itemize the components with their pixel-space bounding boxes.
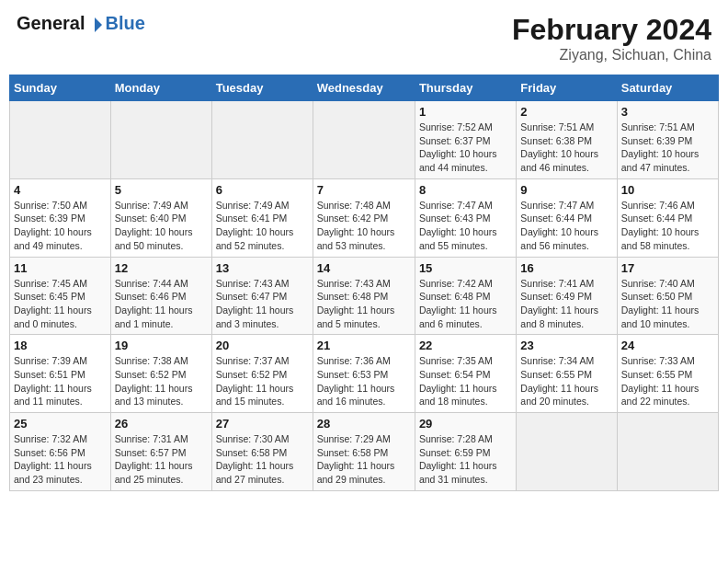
day-info-line: Daylight: 11 hours (216, 460, 294, 471)
day-info-line: and 53 minutes. (317, 240, 386, 251)
day-info-line: Sunset: 6:43 PM (419, 213, 491, 224)
cell-w4-d1: 18Sunrise: 7:39 AMSunset: 6:51 PMDayligh… (10, 335, 111, 413)
day-info-line: Sunrise: 7:31 AM (115, 433, 188, 444)
day-info: Sunrise: 7:42 AMSunset: 6:48 PMDaylight:… (419, 277, 512, 331)
day-info-line: Daylight: 11 hours (419, 460, 497, 471)
day-info: Sunrise: 7:39 AMSunset: 6:51 PMDaylight:… (14, 354, 107, 408)
day-info: Sunrise: 7:50 AMSunset: 6:39 PMDaylight:… (14, 199, 107, 253)
cell-w3-d1: 11Sunrise: 7:45 AMSunset: 6:45 PMDayligh… (10, 257, 111, 335)
cell-w2-d6: 9Sunrise: 7:47 AMSunset: 6:44 PMDaylight… (517, 178, 617, 257)
day-info-line: Sunrise: 7:50 AM (14, 200, 87, 211)
day-info: Sunrise: 7:36 AMSunset: 6:53 PMDaylight:… (317, 354, 411, 408)
cell-w4-d3: 20Sunrise: 7:37 AMSunset: 6:52 PMDayligh… (211, 335, 313, 413)
day-info-line: Daylight: 11 hours (419, 383, 497, 394)
day-info-line: Daylight: 11 hours (14, 383, 92, 394)
cell-w3-d4: 14Sunrise: 7:43 AMSunset: 6:48 PMDayligh… (313, 257, 415, 335)
week-row-2: 4Sunrise: 7:50 AMSunset: 6:39 PMDaylight… (10, 178, 719, 257)
day-info-line: Sunrise: 7:52 AM (419, 121, 493, 132)
col-friday: Friday (517, 75, 617, 101)
calendar-subtitle: Ziyang, Sichuan, China (512, 47, 711, 63)
day-info-line: Sunset: 6:45 PM (14, 291, 85, 302)
day-info-line: Daylight: 10 hours (317, 226, 395, 237)
day-info: Sunrise: 7:49 AMSunset: 6:41 PMDaylight:… (216, 199, 309, 253)
day-info-line: Sunset: 6:58 PM (216, 447, 288, 458)
day-number: 9 (520, 183, 612, 197)
cell-w4-d2: 19Sunrise: 7:38 AMSunset: 6:52 PMDayligh… (110, 335, 211, 413)
day-number: 8 (419, 183, 512, 197)
day-number: 26 (115, 417, 208, 431)
day-info-line: Sunset: 6:39 PM (621, 135, 693, 146)
day-info-line: and 44 minutes. (419, 162, 488, 173)
day-info-line: Daylight: 11 hours (216, 383, 294, 394)
day-info-line: Sunset: 6:44 PM (621, 213, 693, 224)
day-info-line: and 49 minutes. (14, 240, 83, 251)
title-block: February 2024 Ziyang, Sichuan, China (512, 13, 711, 63)
logo-blue-text: Blue (105, 13, 144, 33)
day-info-line: Daylight: 11 hours (621, 383, 700, 394)
day-info-line: and 18 minutes. (419, 396, 488, 407)
day-info-line: Sunrise: 7:32 AM (14, 433, 87, 444)
day-number: 7 (317, 183, 411, 197)
day-info-line: Daylight: 11 hours (115, 304, 193, 316)
col-monday: Monday (110, 75, 211, 101)
day-number: 19 (115, 339, 208, 352)
day-info-line: Sunset: 6:41 PM (216, 213, 288, 224)
week-row-3: 11Sunrise: 7:45 AMSunset: 6:45 PMDayligh… (10, 257, 719, 335)
day-number: 4 (14, 183, 107, 197)
day-info: Sunrise: 7:28 AMSunset: 6:59 PMDaylight:… (419, 432, 512, 487)
day-info-line: Sunset: 6:38 PM (520, 135, 592, 146)
day-number: 18 (14, 339, 107, 352)
day-number: 5 (115, 183, 208, 197)
day-info: Sunrise: 7:46 AMSunset: 6:44 PMDaylight:… (621, 199, 714, 253)
day-info-line: Sunrise: 7:41 AM (520, 278, 594, 289)
logo-text: General (17, 13, 105, 34)
day-info-line: Sunrise: 7:47 AM (520, 200, 594, 211)
day-info-line: Sunrise: 7:43 AM (216, 278, 290, 289)
cell-w1-d5: 1Sunrise: 7:52 AMSunset: 6:37 PMDaylight… (415, 101, 516, 179)
cell-w2-d1: 4Sunrise: 7:50 AMSunset: 6:39 PMDaylight… (10, 178, 111, 257)
day-info-line: Daylight: 11 hours (317, 383, 395, 394)
day-info: Sunrise: 7:51 AMSunset: 6:39 PMDaylight:… (621, 121, 714, 175)
day-info: Sunrise: 7:34 AMSunset: 6:55 PMDaylight:… (520, 354, 612, 408)
cell-w1-d1 (10, 101, 111, 179)
day-info-line: and 1 minute. (115, 318, 174, 329)
day-number: 28 (317, 417, 411, 431)
day-number: 27 (216, 417, 309, 431)
day-info: Sunrise: 7:35 AMSunset: 6:54 PMDaylight:… (419, 354, 512, 408)
day-info: Sunrise: 7:37 AMSunset: 6:52 PMDaylight:… (216, 354, 309, 408)
day-info: Sunrise: 7:43 AMSunset: 6:47 PMDaylight:… (216, 277, 309, 331)
cell-w2-d2: 5Sunrise: 7:49 AMSunset: 6:40 PMDaylight… (110, 178, 211, 257)
day-info-line: Daylight: 10 hours (520, 226, 598, 237)
day-info-line: Sunset: 6:52 PM (115, 369, 187, 380)
day-info-line: Sunset: 6:47 PM (216, 291, 288, 302)
day-info-line: Sunset: 6:48 PM (419, 291, 491, 302)
day-number: 25 (14, 417, 107, 431)
day-info-line: Daylight: 11 hours (14, 460, 92, 471)
cell-w2-d3: 6Sunrise: 7:49 AMSunset: 6:41 PMDaylight… (211, 178, 313, 257)
day-info-line: Daylight: 11 hours (216, 304, 294, 316)
page-header: General Blue February 2024 Ziyang, Sichu… (9, 9, 719, 67)
logo: General Blue (17, 13, 145, 34)
day-info-line: and 5 minutes. (317, 318, 381, 329)
day-info-line: Daylight: 11 hours (115, 383, 193, 394)
day-info-line: Sunset: 6:53 PM (317, 369, 389, 380)
day-info-line: and 55 minutes. (419, 240, 488, 251)
day-info: Sunrise: 7:45 AMSunset: 6:45 PMDaylight:… (14, 277, 107, 331)
day-info-line: Daylight: 10 hours (520, 148, 598, 159)
day-number: 24 (621, 339, 714, 352)
week-row-5: 25Sunrise: 7:32 AMSunset: 6:56 PMDayligh… (10, 413, 719, 491)
day-info-line: Sunrise: 7:39 AM (14, 355, 87, 366)
header-row: Sunday Monday Tuesday Wednesday Thursday… (10, 75, 719, 101)
day-info-line: and 29 minutes. (317, 474, 386, 485)
cell-w2-d7: 10Sunrise: 7:46 AMSunset: 6:44 PMDayligh… (617, 178, 718, 257)
day-number: 15 (419, 261, 512, 275)
calendar-header: Sunday Monday Tuesday Wednesday Thursday… (10, 75, 719, 101)
day-info-line: and 47 minutes. (621, 162, 690, 173)
day-info-line: and 27 minutes. (216, 474, 285, 485)
day-info-line: and 50 minutes. (115, 240, 184, 251)
day-number: 12 (115, 261, 208, 275)
day-number: 21 (317, 339, 411, 352)
cell-w2-d5: 8Sunrise: 7:47 AMSunset: 6:43 PMDaylight… (415, 178, 516, 257)
day-info-line: and 11 minutes. (14, 396, 83, 407)
cell-w1-d3 (211, 101, 313, 179)
